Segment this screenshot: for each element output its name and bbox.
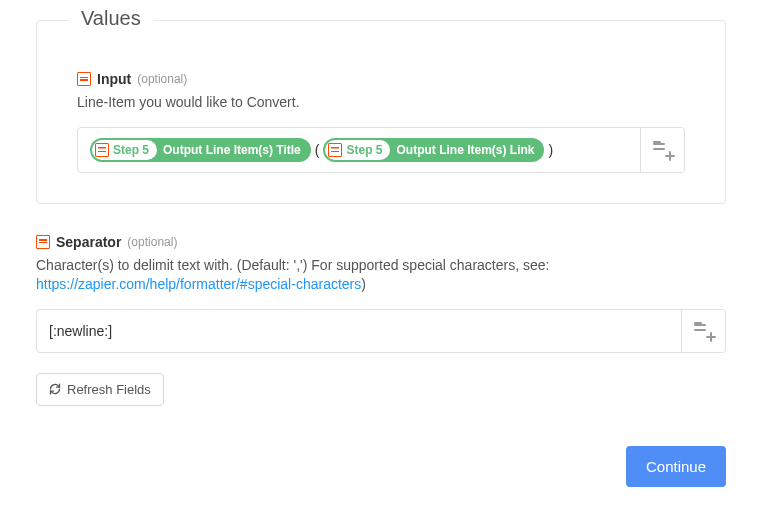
separator-field-block: Separator (optional) Character(s) to del…: [36, 234, 726, 353]
refresh-fields-button[interactable]: Refresh Fields: [36, 373, 164, 406]
pill-step-label: Step 5: [113, 143, 149, 157]
values-legend: Values: [69, 7, 153, 30]
insert-data-button[interactable]: [640, 128, 684, 172]
refresh-label: Refresh Fields: [67, 382, 151, 397]
literal-text: ): [548, 142, 553, 158]
mapped-pill[interactable]: Step 5 Output Line Item(s) Link: [323, 138, 544, 162]
insert-data-icon: [694, 322, 714, 340]
input-body[interactable]: Step 5 Output Line Item(s) Title ( Step …: [78, 128, 640, 172]
input-field-block: Input (optional) Line-Item you would lik…: [77, 71, 685, 173]
input-label-row: Input (optional): [77, 71, 685, 87]
pill-step-badge: Step 5: [92, 140, 157, 160]
refresh-icon: [49, 383, 61, 395]
separator-value: [:newline:]: [49, 323, 112, 339]
mapped-pill[interactable]: Step 5 Output Line Item(s) Title: [90, 138, 311, 162]
continue-button[interactable]: Continue: [626, 446, 726, 487]
separator-label-row: Separator (optional): [36, 234, 726, 250]
separator-optional: (optional): [127, 235, 177, 249]
input-field[interactable]: Step 5 Output Line Item(s) Title ( Step …: [77, 127, 685, 173]
formatter-icon: [328, 143, 342, 157]
input-optional: (optional): [137, 72, 187, 86]
separator-desc-suffix: ): [361, 276, 366, 292]
formatter-icon: [77, 72, 91, 86]
formatter-icon: [36, 235, 50, 249]
pill-step-badge: Step 5: [325, 140, 390, 160]
separator-label: Separator: [56, 234, 121, 250]
separator-description: Character(s) to delimit text with. (Defa…: [36, 256, 726, 295]
pill-step-label: Step 5: [346, 143, 382, 157]
input-description: Line-Item you would like to Convert.: [77, 93, 685, 113]
pill-field-label: Output Line Item(s) Title: [163, 143, 301, 157]
separator-field[interactable]: [:newline:]: [36, 309, 726, 353]
special-chars-link[interactable]: https://zapier.com/help/formatter/#speci…: [36, 276, 361, 292]
formatter-icon: [95, 143, 109, 157]
values-fieldset: Values Input (optional) Line-Item you wo…: [36, 20, 726, 204]
literal-text: (: [315, 142, 320, 158]
insert-data-button[interactable]: [681, 310, 725, 352]
pill-field-label: Output Line Item(s) Link: [396, 143, 534, 157]
separator-desc-prefix: Character(s) to delimit text with. (Defa…: [36, 257, 549, 273]
insert-data-icon: [653, 141, 673, 159]
separator-body[interactable]: [:newline:]: [37, 310, 681, 352]
footer: Continue: [36, 446, 726, 487]
input-label: Input: [97, 71, 131, 87]
